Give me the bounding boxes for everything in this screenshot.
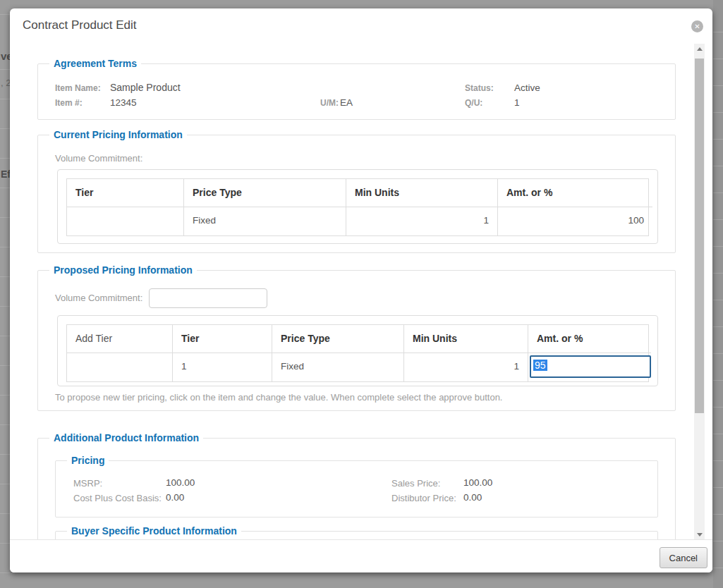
close-icon[interactable]: ✕ <box>691 20 703 32</box>
dialog-footer: Cancel <box>10 539 712 572</box>
current-volume-commitment-label: Volume Commitment: <box>55 153 142 164</box>
item-name-value: Sample Product <box>110 82 181 93</box>
current-pricing-section: Current Pricing Information Volume Commi… <box>37 135 676 253</box>
proposed-price-type-cell[interactable]: Fixed <box>272 353 404 381</box>
cost-plus-value: 0.00 <box>166 492 184 503</box>
amt-input-selected-text: 95 <box>533 360 547 371</box>
um-label: U/M: <box>320 98 339 108</box>
cost-plus-label: Cost Plus Cost Basis: <box>73 493 162 503</box>
pricing-subsection: Pricing MSRP: 100.00 Cost Plus Cost Basi… <box>55 460 658 517</box>
buyer-specific-info-subsection: Buyer Specific Product Information <box>55 531 658 539</box>
proposed-pricing-legend: Proposed Pricing Information <box>49 264 197 276</box>
current-pricing-table-panel: Tier Price Type Min Units Amt. or % Fixe… <box>57 169 658 244</box>
column-header-tier: Tier <box>173 325 272 353</box>
item-number-value: 12345 <box>110 97 137 108</box>
background-table-left-edge: ve , 2 Ef <box>0 0 10 588</box>
current-pricing-legend: Current Pricing Information <box>49 129 187 140</box>
scrollbar-down-arrow-icon[interactable] <box>694 529 705 539</box>
current-amt-cell: 100 <box>498 207 652 235</box>
proposed-pricing-helper-text: To propose new tier pricing, click on th… <box>55 392 502 403</box>
proposed-min-units-cell[interactable]: 1 <box>404 353 528 381</box>
additional-product-info-section: Additional Product Information Pricing M… <box>37 438 676 539</box>
background-text-fragment: , 2 <box>1 78 10 88</box>
msrp-label: MSRP: <box>73 478 102 489</box>
column-header-add-tier[interactable]: Add Tier <box>67 325 173 353</box>
column-header-min-units: Min Units <box>346 179 498 207</box>
item-number-label: Item #: <box>55 98 83 108</box>
msrp-value: 100.00 <box>166 477 195 488</box>
scrollbar-up-arrow-icon[interactable] <box>694 44 705 54</box>
amt-input[interactable]: 95 <box>530 355 651 378</box>
proposed-pricing-table-panel: Add Tier Tier Price Type Min Units Amt. … <box>57 315 658 386</box>
column-header-price-type: Price Type <box>272 325 404 353</box>
status-value: Active <box>514 82 540 93</box>
agreement-terms-section: Agreement Terms Item Name: Sample Produc… <box>37 63 676 120</box>
column-header-tier: Tier <box>67 179 184 207</box>
proposed-add-tier-cell[interactable] <box>67 353 173 381</box>
status-label: Status: <box>465 83 494 93</box>
dialog-scrollbar[interactable] <box>694 44 705 539</box>
current-price-type-cell: Fixed <box>184 207 346 235</box>
sales-price-label: Sales Price: <box>391 478 440 489</box>
sales-price-value: 100.00 <box>463 477 492 488</box>
current-min-units-cell: 1 <box>346 207 498 235</box>
column-header-amt: Amt. or % <box>498 179 652 207</box>
background-table-right-edge <box>713 0 723 588</box>
item-name-label: Item Name: <box>55 83 101 93</box>
background-text-fragment: Ef <box>1 169 10 180</box>
column-header-min-units: Min Units <box>404 325 528 353</box>
um-value: EA <box>340 97 353 108</box>
distributor-price-label: Distibutor Price: <box>391 493 456 503</box>
proposed-pricing-section: Proposed Pricing Information Volume Comm… <box>37 270 676 411</box>
column-header-amt: Amt. or % <box>528 325 651 353</box>
pricing-legend: Pricing <box>67 455 109 466</box>
scrollbar-thumb[interactable] <box>695 59 704 413</box>
buyer-specific-info-legend: Buyer Specific Product Information <box>67 525 241 537</box>
proposed-volume-commitment-label: Volume Commitment: <box>55 293 142 303</box>
volume-commitment-input[interactable] <box>149 288 267 308</box>
distributor-price-value: 0.00 <box>463 492 482 503</box>
dialog-title: Contract Product Edit <box>23 18 137 32</box>
qu-label: Q/U: <box>465 98 482 108</box>
proposed-amt-cell: 95 <box>528 353 651 381</box>
current-pricing-table: Tier Price Type Min Units Amt. or % Fixe… <box>66 178 649 236</box>
cancel-button[interactable]: Cancel <box>660 547 707 568</box>
agreement-terms-legend: Agreement Terms <box>49 58 141 69</box>
proposed-tier-cell[interactable]: 1 <box>173 353 272 381</box>
proposed-pricing-table: Add Tier Tier Price Type Min Units Amt. … <box>66 324 649 382</box>
qu-value: 1 <box>514 97 520 108</box>
column-header-price-type: Price Type <box>184 179 346 207</box>
additional-product-info-legend: Additional Product Information <box>49 432 203 443</box>
current-tier-cell <box>67 207 184 235</box>
dialog-scroll-area: Agreement Terms Item Name: Sample Produc… <box>10 47 712 539</box>
background-text-fragment: ve <box>1 50 10 62</box>
contract-product-edit-dialog: Contract Product Edit ✕ Agreement Terms … <box>10 8 712 572</box>
